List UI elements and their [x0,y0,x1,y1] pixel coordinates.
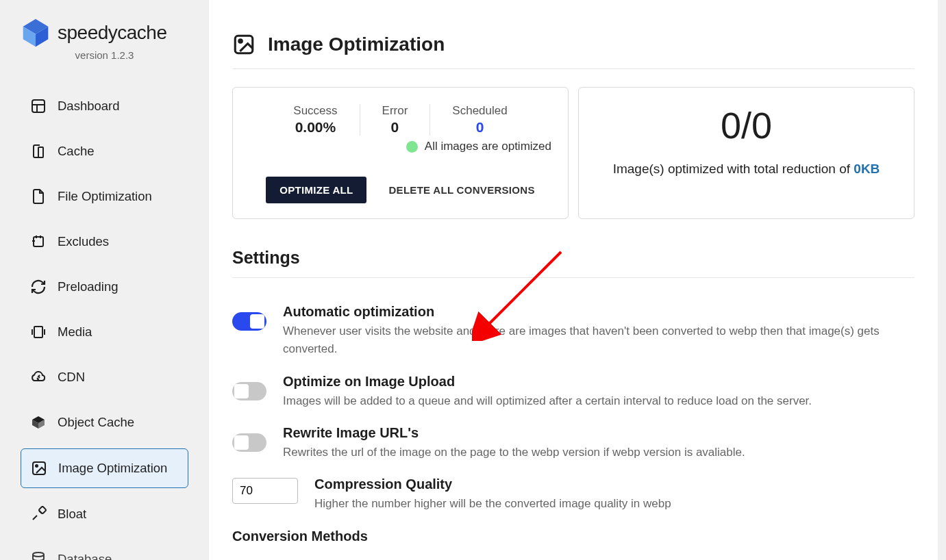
stat-value: 0 [382,119,408,136]
setting-title: Automatic optimization [283,304,914,320]
settings-heading: Settings [232,248,914,278]
stat-label: Success [293,104,337,118]
sidebar-item-media[interactable]: Media [21,313,188,351]
bloat-icon [30,506,47,522]
sidebar-item-image-optimization[interactable]: Image Optimization [21,448,188,488]
optimization-status: All images are optimized [247,140,554,153]
conversion-methods-heading: Conversion Methods [232,529,914,544]
compression-quality-input[interactable] [232,478,298,504]
setting-rewrite-image-urls: Rewrite Image URL's Rewrites the url of … [232,425,914,461]
sidebar-item-database[interactable]: Database [21,540,188,560]
svg-point-17 [33,552,44,557]
rewrite-urls-toggle[interactable] [232,433,266,452]
setting-title: Compression Quality [314,476,914,492]
brand-version: version 1.2.3 [21,49,188,61]
status-text: All images are optimized [425,140,551,153]
sidebar-item-label: Object Cache [58,415,134,430]
setting-description: Whenever user visits the website and the… [283,322,914,359]
status-dot-icon [406,141,418,153]
speedycache-logo-icon [21,18,51,48]
database-icon [30,551,47,560]
sidebar-item-label: File Optimization [58,189,152,204]
stat-value: 0.00% [293,119,337,136]
stats-card: Success 0.00% Error 0 Scheduled 0 All im… [232,87,569,219]
main-content: Image Optimization Success 0.00% Error 0… [209,0,946,560]
image-icon [232,33,256,56]
setting-description: Higher the number higher will be the con… [314,495,914,513]
svg-point-15 [36,465,38,467]
sidebar-item-excludes[interactable]: Excludes [21,222,188,261]
setting-compression-quality: Compression Quality Higher the number hi… [232,476,914,513]
cache-icon [30,143,47,160]
delete-all-conversions-button[interactable]: DELETE ALL CONVERSIONS [388,184,534,196]
setting-description: Rewrites the url of the image on the pag… [283,444,914,461]
setting-title: Optimize on Image Upload [283,374,914,390]
reduction-value: 0KB [854,162,880,176]
page-title: Image Optimization [268,34,445,55]
stat-success: Success 0.00% [271,104,360,136]
stat-label: Error [382,104,408,118]
setting-title: Rewrite Image URL's [283,425,914,441]
stat-label: Scheduled [452,104,507,118]
sidebar-item-dashboard[interactable]: Dashboard [21,87,188,125]
svg-rect-6 [34,237,43,246]
optimize-all-button[interactable]: OPTIMIZE ALL [266,177,366,203]
object-cache-icon [30,414,47,431]
sidebar-item-label: Excludes [58,234,109,249]
svg-rect-16 [38,506,46,513]
setting-optimize-on-upload: Optimize on Image Upload Images will be … [232,374,914,410]
reduction-text: Image(s) optimized with total reduction … [593,162,900,177]
svg-point-19 [239,40,242,43]
sidebar-item-label: Preloading [58,279,118,294]
dashboard-icon [30,98,47,114]
image-icon [31,460,47,476]
svg-rect-3 [32,100,45,112]
stat-error: Error 0 [360,104,431,136]
svg-rect-8 [34,327,42,338]
setting-automatic-optimization: Automatic optimization Whenever user vis… [232,304,914,359]
media-icon [30,324,47,340]
sidebar-item-bloat[interactable]: Bloat [21,495,188,533]
stat-scheduled: Scheduled 0 [430,104,529,136]
file-icon [30,188,47,205]
stat-value: 0 [452,119,507,136]
sidebar-item-cdn[interactable]: CDN [21,358,188,396]
setting-description: Images will be added to a queue and will… [283,392,914,410]
sidebar-item-preloading[interactable]: Preloading [21,268,188,306]
optimize-on-upload-toggle[interactable] [232,382,266,400]
automatic-optimization-toggle[interactable] [232,312,266,331]
sidebar-item-file-optimization[interactable]: File Optimization [21,177,188,216]
sidebar-item-object-cache[interactable]: Object Cache [21,403,188,442]
optimized-fraction: 0/0 [593,104,900,147]
page-header: Image Optimization [232,33,914,69]
cdn-icon [30,369,47,385]
brand-logo: speedycache [21,18,188,48]
sidebar-item-label: Media [58,324,92,340]
reduction-card: 0/0 Image(s) optimized with total reduct… [578,87,914,219]
sidebar-item-label: Database [58,552,112,560]
sidebar-item-label: Bloat [58,507,86,522]
excludes-icon [30,233,47,250]
sidebar-item-label: Dashboard [58,99,120,114]
sidebar-item-cache[interactable]: Cache [21,132,188,170]
preloading-icon [30,279,47,295]
sidebar: speedycache version 1.2.3 Dashboard Cach… [0,0,209,560]
sidebar-item-label: Image Optimization [58,461,167,476]
brand-name: speedycache [58,22,167,44]
sidebar-item-label: CDN [58,370,85,385]
sidebar-item-label: Cache [58,144,94,159]
